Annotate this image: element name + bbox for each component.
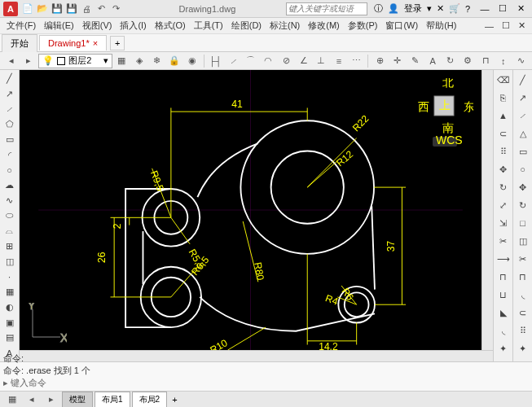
offset-tool[interactable]: ⊂	[495, 125, 512, 142]
layer-freeze-icon[interactable]: ❄	[149, 53, 165, 69]
join-tool[interactable]: ⊔	[495, 287, 512, 303]
dropdown-icon[interactable]: ▾	[427, 3, 432, 14]
layer-props-icon[interactable]: ▦	[114, 53, 130, 69]
arc2-tool[interactable]: ⟋	[515, 107, 531, 124]
exchange-icon[interactable]: ✕	[437, 3, 444, 14]
rotate2-tool[interactable]: ↻	[515, 197, 531, 213]
user-icon[interactable]: 👤	[388, 3, 399, 14]
line2-tool[interactable]: ╱	[515, 72, 531, 88]
extend-tool[interactable]: ⟶	[495, 251, 512, 267]
circle-tool[interactable]: ○	[2, 163, 18, 177]
menu-tools[interactable]: 工具(T)	[191, 18, 226, 33]
cart-icon[interactable]: 🛒	[449, 3, 460, 14]
dim-break-icon[interactable]: ⊓	[477, 53, 494, 69]
redo-icon[interactable]: ↷	[109, 2, 122, 15]
ray-tool[interactable]: ↗	[515, 90, 531, 106]
login-link[interactable]: 登录	[404, 2, 422, 15]
dim-aligned-icon[interactable]: ⟋	[225, 53, 241, 69]
dim-update-icon[interactable]: ↻	[442, 53, 459, 69]
trim2-tool[interactable]: ✂	[515, 251, 531, 267]
fillet-tool[interactable]: ◟	[495, 322, 512, 339]
menu-draw[interactable]: 绘图(D)	[228, 18, 265, 33]
polygon2-tool[interactable]: △	[515, 125, 531, 142]
dim-arc-icon[interactable]: ⌒	[243, 53, 259, 69]
tab-layout1[interactable]: 布局1	[95, 392, 130, 408]
print-icon[interactable]: 🖨	[80, 2, 93, 15]
hatch-tool[interactable]: ▦	[2, 285, 18, 299]
tab-layout2[interactable]: 布局2	[132, 392, 168, 408]
layer-match-icon[interactable]: ◉	[184, 53, 200, 69]
mirror-tool[interactable]: ▲	[495, 107, 512, 124]
tab-drawing1[interactable]: Drawing1*×	[39, 35, 107, 50]
dim-style-icon[interactable]: ⚙	[460, 53, 477, 69]
menu-format[interactable]: 格式(O)	[152, 18, 189, 33]
saveas-icon[interactable]: 💾	[65, 2, 78, 15]
scale-tool[interactable]: ⤢	[495, 197, 512, 213]
undo-icon[interactable]: ↶	[95, 2, 108, 15]
array2-tool[interactable]: ⠿	[515, 322, 531, 339]
table-tool[interactable]: ▤	[2, 330, 18, 344]
doc-close-button[interactable]: ✕	[515, 19, 529, 33]
tab-add-button[interactable]: +	[110, 36, 125, 50]
point-tool[interactable]: ·	[2, 270, 18, 284]
menu-insert[interactable]: 插入(I)	[117, 18, 149, 33]
menu-dimension[interactable]: 标注(N)	[266, 18, 303, 33]
rectangle-tool[interactable]: ▭	[2, 133, 18, 147]
open-icon[interactable]: 📂	[36, 2, 49, 15]
region-tool[interactable]: ▣	[2, 316, 18, 330]
dim-baseline-icon[interactable]: ≡	[331, 53, 347, 69]
command-line[interactable]: 命令: 命令: .erase 找到 1 个 ▸ 键入命令	[0, 361, 532, 391]
dim-ordinate-icon[interactable]: ⊥	[314, 53, 330, 69]
center-mark-icon[interactable]: ✛	[389, 53, 406, 69]
tab-close-icon[interactable]: ×	[93, 38, 98, 48]
layer-dropdown[interactable]: 💡 图层2 ▾	[38, 54, 112, 68]
move-tool[interactable]: ✥	[495, 161, 512, 177]
line-tool[interactable]: ╱	[2, 72, 18, 85]
menu-parameter[interactable]: 参数(P)	[345, 18, 381, 33]
tab-start[interactable]: 开始	[2, 34, 37, 52]
move2-tool[interactable]: ✥	[515, 179, 531, 195]
view-cube[interactable]: 北 西 东 南 上 WCS	[416, 78, 473, 135]
minimize-button[interactable]: —	[477, 2, 493, 15]
doc-maximize-button[interactable]: ☐	[499, 19, 513, 33]
qdim-icon[interactable]: ∿	[512, 53, 529, 69]
dim-radius-icon[interactable]: ◠	[261, 53, 277, 69]
chamfer-tool[interactable]: ◣	[495, 304, 512, 321]
copy-tool[interactable]: ⎘	[495, 90, 512, 106]
polygon-tool[interactable]: ⬠	[2, 117, 18, 131]
rect2-tool[interactable]: ▭	[515, 143, 531, 160]
offset2-tool[interactable]: ⊂	[515, 304, 531, 321]
layout-prev-icon[interactable]: ◂	[23, 392, 41, 408]
new-icon[interactable]: 📄	[21, 2, 34, 15]
array-tool[interactable]: ⠿	[495, 143, 512, 160]
save-icon[interactable]: 💾	[51, 2, 64, 15]
rotate-tool[interactable]: ↻	[495, 179, 512, 195]
ellipse-arc-tool[interactable]: ⌓	[2, 224, 18, 238]
menu-edit[interactable]: 编辑(E)	[41, 18, 77, 33]
doc-minimize-button[interactable]: —	[481, 20, 497, 33]
break-tool[interactable]: ⊓	[495, 269, 512, 285]
dim-diameter-icon[interactable]: ⊘	[278, 53, 294, 69]
layer-next-icon[interactable]: ▸	[21, 53, 37, 69]
make-block-tool[interactable]: ◫	[2, 255, 18, 269]
dim-edit-icon[interactable]: ✎	[407, 53, 424, 69]
layer-lock-icon[interactable]: 🔒	[167, 53, 183, 69]
dim-angular-icon[interactable]: ∠	[296, 53, 312, 69]
menu-window[interactable]: 窗口(W)	[382, 18, 421, 33]
mirror2-tool[interactable]: ◫	[515, 233, 531, 249]
menu-file[interactable]: 文件(F)	[3, 18, 39, 33]
xline-tool[interactable]: ↗	[2, 87, 18, 101]
scale2-tool[interactable]: □	[515, 215, 531, 231]
fillet2-tool[interactable]: ◟	[515, 287, 531, 303]
polyline-tool[interactable]: ⟋	[2, 102, 18, 116]
menu-help[interactable]: 帮助(H)	[423, 18, 459, 33]
gradient-tool[interactable]: ◐	[2, 300, 18, 314]
vertical-scrollbar[interactable]	[481, 70, 493, 350]
break2-tool[interactable]: ⊓	[515, 269, 531, 285]
spline-tool[interactable]: ∿	[2, 194, 18, 208]
info-icon[interactable]: ⓘ	[374, 2, 383, 15]
stretch-tool[interactable]: ⇲	[495, 215, 512, 231]
erase-tool[interactable]: ⌫	[495, 72, 512, 88]
layout-grid-icon[interactable]: ▦	[3, 392, 21, 408]
menu-modify[interactable]: 修改(M)	[305, 18, 343, 33]
